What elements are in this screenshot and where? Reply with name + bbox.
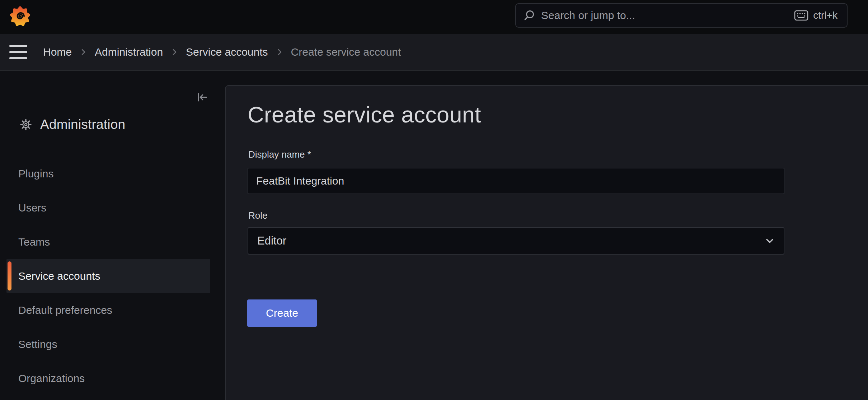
- search-input[interactable]: [541, 9, 794, 22]
- chevron-right-icon: [170, 48, 178, 56]
- sidebar-item-default-preferences[interactable]: Default preferences: [0, 293, 210, 327]
- gear-icon: [20, 118, 32, 131]
- role-select[interactable]: Editor: [248, 227, 784, 255]
- role-select-value: Editor: [257, 234, 286, 247]
- search-shortcut-label: ctrl+k: [813, 10, 837, 21]
- breadcrumb-administration[interactable]: Administration: [95, 46, 163, 58]
- sidebar-item-service-accounts[interactable]: Service accounts: [6, 259, 210, 293]
- sidebar-item-settings[interactable]: Settings: [0, 327, 210, 361]
- breadcrumb-service-accounts[interactable]: Service accounts: [186, 46, 268, 58]
- search-shortcut: ctrl+k: [794, 10, 837, 21]
- sidebar-nav: Plugins Users Teams Service accounts Def…: [0, 157, 210, 395]
- chevron-down-icon: [765, 236, 774, 246]
- sidebar-item-users[interactable]: Users: [0, 191, 210, 225]
- chevron-right-icon: [79, 48, 87, 56]
- sidebar-header-label: Administration: [40, 117, 125, 132]
- sidebar-item-organizations[interactable]: Organizations: [0, 361, 210, 395]
- display-name-input[interactable]: [248, 168, 784, 194]
- sidebar-header: Administration: [20, 117, 125, 132]
- grafana-logo-icon[interactable]: [10, 5, 31, 27]
- sidebar-item-plugins[interactable]: Plugins: [0, 157, 210, 191]
- breadcrumb-current: Create service account: [291, 46, 401, 58]
- content-pane: Create service account Display name * Ro…: [225, 85, 868, 400]
- grafana-app: ctrl+k Home Administration Service accou…: [0, 0, 868, 400]
- breadcrumb-bar: Home Administration Service accounts Cre…: [0, 34, 868, 71]
- create-button[interactable]: Create: [247, 299, 317, 327]
- display-name-label: Display name *: [248, 149, 311, 160]
- breadcrumb: Home Administration Service accounts Cre…: [43, 46, 401, 58]
- search-box[interactable]: ctrl+k: [515, 3, 848, 28]
- breadcrumb-home[interactable]: Home: [43, 46, 72, 58]
- collapse-sidebar-icon[interactable]: [195, 90, 210, 105]
- top-bar: ctrl+k: [0, 0, 868, 34]
- role-label: Role: [248, 210, 267, 221]
- page-title: Create service account: [248, 102, 481, 127]
- chevron-right-icon: [276, 48, 283, 56]
- keyboard-icon: [794, 10, 808, 21]
- search-icon: [523, 9, 535, 22]
- menu-toggle-icon[interactable]: [9, 45, 27, 59]
- sidebar-item-teams[interactable]: Teams: [0, 225, 210, 259]
